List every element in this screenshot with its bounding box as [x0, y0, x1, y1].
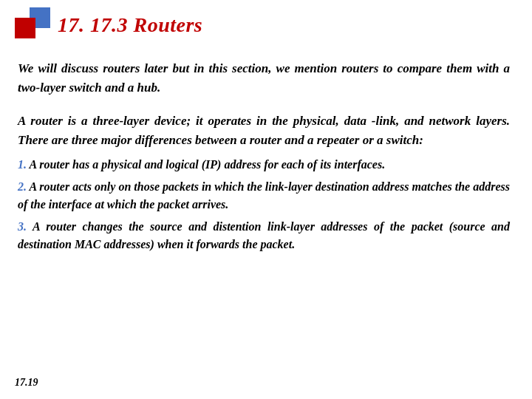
- intro-paragraph: We will discuss routers later but in thi…: [18, 59, 510, 98]
- numbered-item-3: 3. A router changes the source and diste…: [18, 218, 510, 253]
- page-title: 17. 17.3 Routers: [58, 13, 202, 37]
- deco-square-red: [15, 18, 35, 38]
- page-container: 17. 17.3 Routers We will discuss routers…: [0, 0, 532, 399]
- page-number: 17.19: [15, 377, 38, 389]
- item-text-1: A router has a physical and logical (IP)…: [27, 158, 385, 171]
- header-decoration: [15, 7, 50, 43]
- item-number-3: 3.: [18, 220, 27, 233]
- content-area: We will discuss routers later but in thi…: [15, 59, 510, 253]
- numbered-item-2: 2. A router acts only on those packets i…: [18, 178, 510, 214]
- header-area: 17. 17.3 Routers: [15, 7, 510, 46]
- main-paragraph: A router is a three-layer device; it ope…: [18, 112, 510, 151]
- item-text-2: A router acts only on those packets in w…: [18, 180, 510, 211]
- item-text-3: A router changes the source and distenti…: [18, 220, 510, 250]
- numbered-item-1: 1. A router has a physical and logical (…: [18, 156, 510, 174]
- item-number-1: 1.: [18, 158, 27, 171]
- item-number-2: 2.: [18, 180, 27, 193]
